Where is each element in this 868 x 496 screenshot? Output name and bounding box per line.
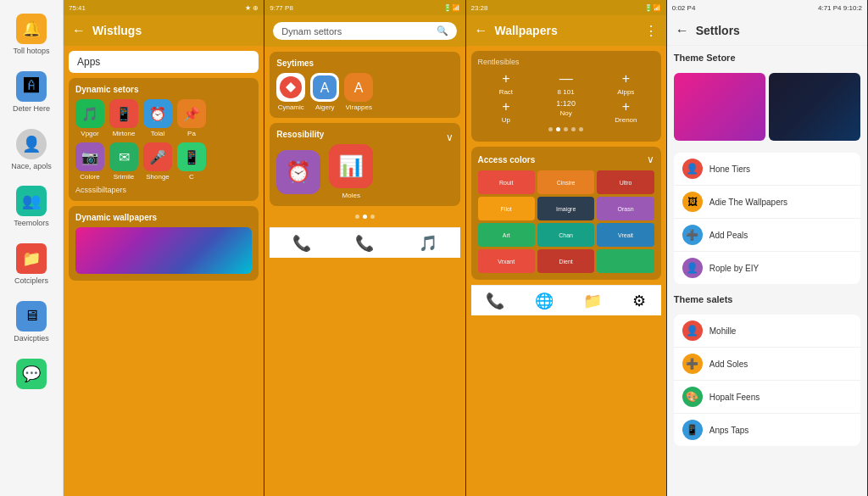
app-item-pa[interactable]: 📌 Pa xyxy=(177,99,206,137)
wallpaper-preview-1[interactable] xyxy=(75,227,252,274)
theme-thumb-dark[interactable] xyxy=(769,73,860,141)
back-button-1[interactable]: ← xyxy=(72,23,86,38)
search-text-2: Dynam settors xyxy=(281,26,342,36)
screen-body-1: Apps Dynamic setors 🎵 Vpgor 📱 Mirtone ⏰ xyxy=(64,46,264,496)
dynamic-wallpapers-title: Dynamic wallpapers xyxy=(75,213,252,222)
status-icons-3: 🔋📶 xyxy=(644,4,661,12)
settings-item-hopalt-feens[interactable]: 🎨 Hopalt Feens xyxy=(674,381,860,414)
color-cell-2[interactable]: Ultro xyxy=(597,170,654,194)
color-cell-11[interactable] xyxy=(597,249,654,273)
removables-card: Rentlesibles + Ract — 8 101 + Alpps xyxy=(471,51,661,142)
status-time-2: 9:77 P8 xyxy=(270,4,293,12)
app-grid-1: 🎵 Vpgor 📱 Mirtone ⏰ Tolal 📌 Pa xyxy=(75,99,252,137)
avatar-anps-taps: 📱 xyxy=(682,420,703,440)
gear-icon-3[interactable]: ⚙ xyxy=(632,292,646,310)
status-bar-2: 9:77 P8 🔋📶 xyxy=(264,0,465,15)
app-item-virappes[interactable]: A Virappes xyxy=(344,73,373,111)
sidebar-item-nace-apols[interactable]: 👤 Nace, apols xyxy=(3,124,60,176)
sidebar-item-davicpties[interactable]: 🖥 Davicpties xyxy=(3,296,60,348)
avatar-hopalt: 🎨 xyxy=(682,387,703,407)
label-hopalt: Hopalt Feens xyxy=(709,393,852,402)
sidebar-item-messages[interactable]: 💬 xyxy=(3,354,60,394)
settings-item-hone-tiers[interactable]: 👤 Hone Tiers xyxy=(674,153,860,186)
teemolors-icon: 👥 xyxy=(16,186,47,216)
app-icon-shonge: 🎤 xyxy=(143,142,172,171)
color-cell-0[interactable]: Rouit xyxy=(478,170,535,194)
phone-icon-2b[interactable]: 📞 xyxy=(355,234,374,253)
app-label-srimile: Srimile xyxy=(114,173,134,181)
settings-item-add-soles[interactable]: ➕ Add Soles xyxy=(674,348,860,381)
colors-title: Access colors xyxy=(478,155,536,164)
color-cell-7[interactable]: Chan xyxy=(537,223,594,247)
label-adie: Adie The Wallpapers xyxy=(709,198,852,207)
color-cell-3[interactable]: Filot xyxy=(478,197,535,220)
removable-label-noy: Noy xyxy=(560,109,572,117)
seytimes-apps: Cynamic A Aigery A Virappes xyxy=(276,73,453,111)
globe-icon-3[interactable]: 🌐 xyxy=(535,292,554,310)
removable-label-up: Up xyxy=(502,116,510,124)
color-cell-10[interactable]: Dient xyxy=(537,249,594,273)
app-item-c[interactable]: 📱 C xyxy=(177,142,206,181)
accessibility-item-clock[interactable]: ⏰ xyxy=(276,150,320,194)
sidebar-item-cotciplers[interactable]: 📁 Cotciplers xyxy=(3,238,60,291)
sidebar-item-toll-hotops[interactable]: 🔔 Toll hotops xyxy=(3,8,60,61)
removable-item-alpps: + Alpps xyxy=(598,71,654,96)
settings-item-rople[interactable]: 👤 Rople by EIY xyxy=(674,252,860,284)
app-icon-mirtone: 📱 xyxy=(109,99,138,128)
app-item-shonge[interactable]: 🎤 Shonge xyxy=(143,142,172,181)
accessibility-item-moles[interactable]: 📊 Moles xyxy=(329,144,373,199)
screen-body-2: Seytimes Cynamic A Aigery xyxy=(264,47,465,496)
back-button-4[interactable]: ← xyxy=(676,23,689,38)
settings-item-add-peals[interactable]: ➕ Add Peals xyxy=(674,219,860,252)
davicpties-icon: 🖥 xyxy=(16,301,47,332)
app-item-aigery[interactable]: A Aigery xyxy=(310,73,339,111)
app-item-colore[interactable]: 📷 Colore xyxy=(75,142,104,181)
dots-row-2 xyxy=(270,211,459,222)
music-icon-2[interactable]: 🎵 xyxy=(419,234,437,253)
color-cell-6[interactable]: Art xyxy=(478,223,535,247)
header-title-1: Wistlugs xyxy=(92,24,255,37)
phone-icon-3[interactable]: 📞 xyxy=(486,292,504,310)
color-cell-4[interactable]: Imaigre xyxy=(537,197,594,220)
color-label-5: Orasn xyxy=(618,206,634,212)
back-button-3[interactable]: ← xyxy=(475,23,488,38)
clock-icon: ⏰ xyxy=(276,150,320,194)
theme-thumb-pink[interactable] xyxy=(674,73,765,141)
screen-header-4: ← Settlors xyxy=(667,15,867,46)
settings-item-mohille[interactable]: 👤 Mohille xyxy=(674,315,860,348)
color-cell-8[interactable]: Vreait xyxy=(597,223,654,247)
sidebar-item-label: Teemolors xyxy=(14,219,49,228)
label-rople: Rople by EIY xyxy=(709,264,852,273)
app-label-cynamic: Cynamic xyxy=(278,103,304,111)
app-item-cynamic[interactable]: Cynamic xyxy=(276,73,305,111)
status-time-1: 75:41 xyxy=(69,4,86,12)
color-label-10: Dient xyxy=(559,259,572,265)
toll-hotops-icon: 🔔 xyxy=(16,14,47,44)
sidebar-item-deter-here[interactable]: 🅰 Deter Here xyxy=(3,66,60,119)
avatar-hone-tiers: 👤 xyxy=(682,159,703,179)
color-cell-9[interactable]: Vrxant xyxy=(478,249,535,273)
removables-grid: + Ract — 8 101 + Alpps + Up xyxy=(478,71,654,124)
removable-item-ract: + Ract xyxy=(478,71,535,96)
app-label-virappes: Virappes xyxy=(346,103,372,111)
app-icon-vpgor: 🎵 xyxy=(75,99,104,128)
settings-item-anps-taps[interactable]: 📱 Anps Taps xyxy=(674,414,860,446)
sidebar-item-teemolors[interactable]: 👥 Teemolors xyxy=(3,181,60,233)
color-cell-1[interactable]: Cinsire xyxy=(537,170,594,194)
app-item-vpgor[interactable]: 🎵 Vpgor xyxy=(75,99,104,137)
phone-icon-2[interactable]: 📞 xyxy=(292,234,311,253)
app-item-srimile[interactable]: ✉ Srimile xyxy=(109,142,138,181)
search-row-1[interactable]: Apps xyxy=(69,51,259,73)
app-item-mirtone[interactable]: 📱 Mirtone xyxy=(109,99,138,137)
color-cell-5[interactable]: Orasn xyxy=(597,197,654,220)
dynamic-wallpapers-card: Dynamic wallpapers xyxy=(69,206,259,281)
app-item-tolal[interactable]: ⏰ Tolal xyxy=(143,99,172,137)
search-box-2[interactable]: Dynam settors 🔍 xyxy=(273,22,456,40)
folder-icon-3[interactable]: 📁 xyxy=(583,292,602,310)
screen-body-4: Theme Setore 👤 Hone Tiers 🖼 Adie The Wal… xyxy=(667,46,867,496)
resosibility-card: Resosibility ∨ ⏰ 📊 Moles xyxy=(270,123,459,206)
color-label-0: Rouit xyxy=(499,180,513,186)
settings-item-adie-wallpapers[interactable]: 🖼 Adie The Wallpapers xyxy=(674,186,860,219)
menu-icon-3[interactable]: ⋮ xyxy=(644,23,658,39)
status-bar-1: 75:41 ★ ⊕ xyxy=(64,0,264,15)
